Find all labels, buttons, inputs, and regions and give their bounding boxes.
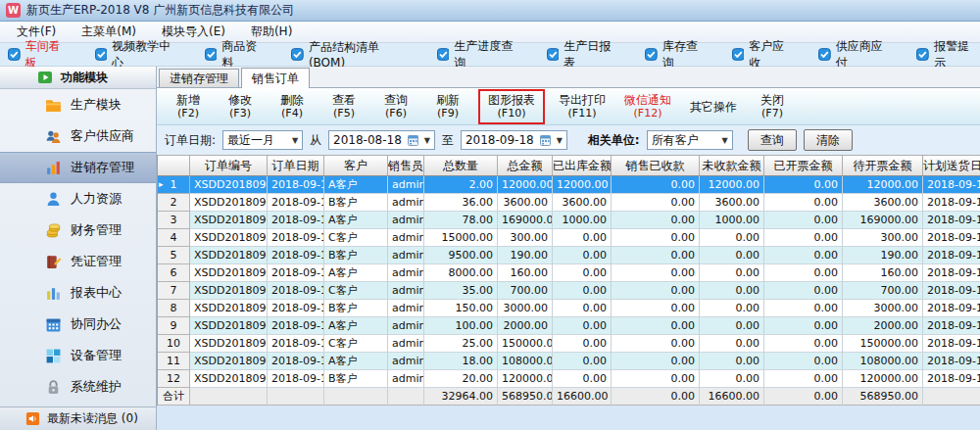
column-header-unreceived-amount[interactable]: 未收款金额 [700, 155, 764, 176]
column-header-order-date[interactable]: 订单日期 [268, 155, 324, 176]
play-icon [37, 70, 53, 85]
cell-order-date: 2018-09-11 [268, 353, 324, 370]
sidebar-item-label: 协同办公 [71, 315, 122, 333]
cell-invoiced-amount: 0.00 [764, 212, 843, 229]
sidebar-item-hr[interactable]: 人力资源 [0, 183, 156, 215]
sidebar-item-system-maintenance[interactable]: 系统维护 [0, 371, 156, 403]
cell-uninvoiced-amount: 160.00 [843, 264, 923, 282]
button-label: 微信通知 [624, 93, 671, 107]
cell-salesman: admin [388, 194, 424, 212]
toolbar-button-view[interactable]: 查看(F5) [322, 91, 366, 122]
column-header-invoiced-amount[interactable]: 已开票金额 [764, 155, 843, 176]
sidebar-item-report-center[interactable]: 报表中心 [0, 277, 156, 309]
column-header-planned-delivery[interactable]: 计划送货日期 [923, 155, 980, 176]
cell-rownum: 6 [158, 264, 190, 282]
table-row[interactable]: 7XSDD2018090062018-09-11C客户admin35.00700… [158, 282, 980, 300]
toolbar-button-wechat-notify[interactable]: 微信通知(F12) [619, 91, 676, 122]
column-header-order-no[interactable]: 订单编号 [190, 155, 268, 176]
from-date-value: 2018-08-18 [333, 133, 402, 147]
checkbox-icon [645, 48, 658, 61]
sidebar-item-collaboration[interactable]: 协同办公 [0, 309, 156, 340]
column-header-total-qty[interactable]: 总数量 [424, 155, 498, 176]
sidebar-item-inventory[interactable]: 进销存管理 [0, 152, 156, 183]
toolbar-button-close[interactable]: 关闭(F7) [751, 91, 794, 122]
toolbar-button-query[interactable]: 查询(F6) [374, 91, 417, 122]
toolbar-button-other-ops[interactable]: 其它操作 [685, 91, 742, 122]
cell-salesman: admin [388, 335, 424, 353]
cell-planned-delivery: 2018-09-12 [923, 194, 980, 212]
table-row[interactable]: 5XSDD2018090082018-09-11B客户admin9500.001… [158, 247, 980, 264]
cell-invoiced-amount: 0.00 [764, 264, 843, 282]
table-row[interactable]: 4XSDD2018090092018-09-11C客户admin15000.00… [158, 229, 980, 247]
cell-shipped-amount: 0.00 [553, 335, 612, 353]
column-header-customer[interactable]: 客户 [324, 155, 388, 176]
table-row[interactable]: 6XSDD2018090072018-09-11A客户admin8000.001… [158, 264, 980, 282]
column-header-rownum[interactable] [158, 155, 190, 176]
tab-sales-order[interactable]: 销售订单 [241, 68, 310, 88]
cell-rownum: 12 [158, 370, 190, 388]
table-row[interactable]: 12XSDD2018090012018-09-10B客户admin20.0012… [158, 370, 980, 388]
date-range-select[interactable]: 最近一月▼ [222, 130, 303, 150]
cell-total-qty: 2.00 [424, 176, 498, 194]
sidebar-item-customer-supplier[interactable]: 客户供应商 [0, 120, 156, 152]
table-row[interactable]: 8XSDD2018090052018-09-11B客户admin150.0030… [158, 300, 980, 317]
sidebar-item-production[interactable]: 生产模块 [0, 89, 156, 120]
cell-invoiced-amount: 0.00 [764, 353, 843, 370]
quick-link-bom[interactable]: 产品结构清单(BOM) [291, 39, 413, 70]
toolbar-button-graph-report[interactable]: 图形报表(F10) [478, 89, 545, 124]
button-label: 查询 [384, 93, 408, 107]
orders-table: 订单编号订单日期客户销售员总数量总金额已出库金额销售已收款未收款金额已开票金额待… [157, 155, 980, 406]
main-area: 进销存管理 销售订单 新增(F2) 修改(F3) 删除(F4) 查看(F5) 查… [157, 67, 980, 430]
cell-rownum: 2 [158, 194, 190, 212]
column-header-salesman[interactable]: 销售员 [388, 155, 424, 176]
toolbar-button-delete[interactable]: 删除(F4) [270, 91, 314, 122]
clear-button[interactable]: 清除 [804, 129, 853, 151]
cell-invoiced-amount: 0.00 [764, 194, 843, 212]
cell-total-qty: 100.00 [424, 317, 498, 335]
related-unit-value: 所有客户 [652, 132, 699, 149]
toolbar-button-export-print[interactable]: 导出打印(F11) [554, 91, 611, 122]
sidebar-item-voucher[interactable]: 凭证管理 [0, 246, 156, 277]
sidebar-item-finance[interactable]: 财务管理 [0, 215, 156, 246]
cell-shipped-amount: 16600.00 [553, 388, 612, 406]
cell-shipped-amount: 0.00 [553, 247, 612, 264]
from-date-input[interactable]: 2018-08-18▼ [328, 130, 435, 150]
toolbar-button-refresh[interactable]: 刷新(F9) [426, 91, 469, 122]
table-row[interactable]: 11XSDD2018090022018-09-11A客户admin18.0010… [158, 353, 980, 370]
cell-total-amount: 160.00 [498, 264, 553, 282]
grid-squares-icon [45, 348, 62, 364]
cell-customer: C客户 [324, 335, 388, 353]
cell-total-amount: 3000.00 [498, 300, 553, 317]
table-row[interactable]: 2XSDD2018090112018-09-12B客户admin36.00360… [158, 194, 980, 212]
column-header-total-amount[interactable]: 总金额 [498, 155, 553, 176]
to-date-input[interactable]: 2018-09-18▼ [461, 130, 567, 150]
table-row[interactable]: ▸1XSDD2018090122018-09-13A客户admin2.00120… [158, 176, 980, 194]
cell-customer [324, 388, 388, 406]
cell-order-date: 2018-09-11 [268, 317, 324, 335]
unread-messages-bar[interactable]: 最新未读消息 (0) [0, 406, 156, 430]
cell-total-amount: 150000.00 [498, 335, 553, 353]
sidebar-item-equipment[interactable]: 设备管理 [0, 340, 156, 371]
cell-received-amount: 0.00 [612, 317, 700, 335]
checkbox-icon [205, 48, 218, 61]
cell-received-amount: 0.00 [612, 176, 700, 194]
cell-received-amount: 0.00 [612, 212, 700, 229]
table-row[interactable]: 9XSDD2018090042018-09-11A客户admin100.0020… [158, 317, 980, 335]
cell-received-amount: 0.00 [612, 300, 700, 317]
tab-inventory-management[interactable]: 进销存管理 [159, 69, 239, 87]
column-header-received-amount[interactable]: 销售已收款 [612, 155, 700, 176]
column-header-shipped-amount[interactable]: 已出库金额 [553, 155, 612, 176]
table-row[interactable]: 10XSDD2018090032018-09-11C客户admin25.0015… [158, 335, 980, 353]
table-row[interactable]: 3XSDD2018090102018-09-12A客户admin78.00169… [158, 212, 980, 229]
cell-rownum: 9 [158, 317, 190, 335]
calendar-picker-icon [408, 135, 418, 146]
search-button[interactable]: 查询 [748, 129, 797, 151]
column-header-uninvoiced-amount[interactable]: 待开票金额 [843, 155, 923, 176]
toolbar-button-add[interactable]: 新增(F2) [167, 91, 210, 122]
sidebar-header-label: 功能模块 [61, 70, 108, 86]
toolbar-button-edit[interactable]: 修改(F3) [219, 91, 262, 122]
cell-total-amount: 3600.00 [498, 194, 553, 212]
related-unit-select[interactable]: 所有客户▼ [647, 130, 733, 150]
cell-total-amount: 2000.00 [498, 317, 553, 335]
cell-received-amount: 0.00 [612, 264, 700, 282]
